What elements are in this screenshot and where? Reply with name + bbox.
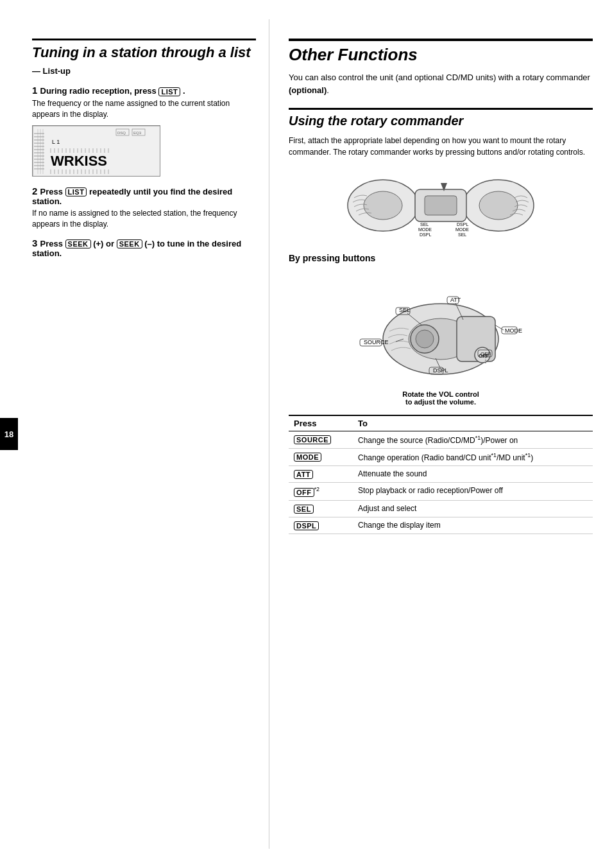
sup2: *1 bbox=[491, 452, 497, 458]
btn-off: OFF bbox=[294, 488, 314, 497]
right-column: Other Functions You can also control the… bbox=[269, 19, 612, 849]
left-subtitle: — List-up bbox=[32, 66, 256, 76]
table-cell-desc: Adjust and select bbox=[353, 500, 593, 517]
table-cell-desc: Attenuate the sound bbox=[353, 466, 593, 483]
sup1: *1 bbox=[475, 435, 481, 441]
svg-rect-0 bbox=[33, 126, 160, 177]
table-header-to: To bbox=[353, 415, 593, 431]
table-cell-button: SOURCE bbox=[289, 431, 353, 449]
step-1: 1 During radio reception, press LIST . T… bbox=[32, 85, 256, 176]
svg-point-55 bbox=[364, 191, 402, 220]
svg-text:MODE: MODE bbox=[505, 327, 522, 334]
right-section-title: Other Functions bbox=[289, 39, 593, 65]
svg-text:SEL: SEL bbox=[420, 222, 429, 227]
commander-closeup-svg: OFF SEL ATT MODE SOURCE DSPL bbox=[332, 268, 550, 384]
sub-section-title: Using the rotary commander bbox=[289, 108, 593, 128]
function-table: Press To SOURCE Change the source (Radio… bbox=[289, 415, 593, 534]
svg-point-57 bbox=[479, 191, 518, 220]
table-row: SEL Adjust and select bbox=[289, 500, 593, 517]
commander-closeup: OFF SEL ATT MODE SOURCE DSPL bbox=[332, 268, 550, 384]
step-2-bold: Press bbox=[40, 187, 65, 196]
step-1-bold: During radio reception, press bbox=[40, 86, 159, 96]
table-row: SOURCE Change the source (Radio/CD/MD*1)… bbox=[289, 431, 593, 449]
svg-text:WRKISS: WRKISS bbox=[51, 153, 107, 169]
table-row: ATT Attenuate the sound bbox=[289, 466, 593, 483]
vol-caption: Rotate the VOL control to adjust the vol… bbox=[289, 390, 593, 406]
step-3: 3 Press SEEK (+) or SEEK (–) to tune in … bbox=[32, 238, 256, 259]
btn-sel: SEL bbox=[294, 505, 314, 514]
svg-text:DSPL: DSPL bbox=[420, 232, 431, 237]
svg-text:DSPL: DSPL bbox=[457, 222, 468, 227]
right-intro: You can also control the unit (and optio… bbox=[289, 71, 593, 96]
optional-bold: (optional) bbox=[289, 85, 327, 95]
step-1-punctuation: . bbox=[183, 86, 185, 96]
step-2: 2 Press LIST repeatedly until you find t… bbox=[32, 186, 256, 230]
table-row: MODE Change operation (Radio band/CD uni… bbox=[289, 449, 593, 466]
svg-text:MODE: MODE bbox=[455, 227, 469, 232]
step-2-button-list: LIST bbox=[65, 187, 87, 196]
display-svg: L 1 DSQ EQ3 bbox=[33, 126, 160, 177]
svg-text:OFF: OFF bbox=[480, 351, 491, 357]
step-1-number: 1 bbox=[32, 85, 40, 96]
display-image: L 1 DSQ EQ3 bbox=[32, 125, 160, 177]
step-3-button-seek1: SEEK bbox=[65, 239, 91, 248]
svg-text:SEL: SEL bbox=[458, 232, 466, 237]
svg-point-70 bbox=[416, 330, 434, 348]
table-row: OFF*2 Stop playback or radio reception/P… bbox=[289, 483, 593, 501]
btn-att: ATT bbox=[294, 470, 313, 479]
commander-top-illustration: SEL MODE DSPL DSPL MODE SEL bbox=[332, 167, 550, 244]
left-section-title: Tuning in a station through a list bbox=[32, 39, 256, 61]
table-cell-button: SEL bbox=[289, 500, 353, 517]
table-cell-desc: Change the source (Radio/CD/MD*1)/Power … bbox=[353, 431, 593, 449]
table-cell-desc: Change operation (Radio band/CD unit*1/M… bbox=[353, 449, 593, 466]
table-cell-button: DSPL bbox=[289, 517, 353, 534]
sup4: *2 bbox=[314, 486, 320, 492]
page-container: 18 Tuning in a station through a list — … bbox=[0, 0, 612, 868]
svg-text:EQ3: EQ3 bbox=[133, 131, 142, 135]
btn-source: SOURCE bbox=[294, 435, 331, 444]
table-cell-desc: Stop playback or radio reception/Power o… bbox=[353, 483, 593, 501]
step-1-desc: The frequency or the name assigned to th… bbox=[32, 98, 256, 120]
by-pressing-title: By pressing buttons bbox=[289, 253, 593, 263]
btn-dspl: DSPL bbox=[294, 521, 319, 530]
table-row: DSPL Change the display item bbox=[289, 517, 593, 534]
table-cell-button: OFF*2 bbox=[289, 483, 353, 501]
left-column: Tuning in a station through a list — Lis… bbox=[0, 19, 269, 849]
page-number-tab: 18 bbox=[0, 418, 18, 450]
step-3-number: 3 bbox=[32, 238, 40, 248]
step-3-button-seek2: SEEK bbox=[117, 239, 142, 248]
sub-intro: First, attach the appropriate label depe… bbox=[289, 135, 593, 158]
svg-rect-59 bbox=[425, 196, 457, 215]
svg-text:DSQ: DSQ bbox=[117, 131, 126, 135]
step-3-press: Press bbox=[40, 239, 65, 248]
table-header-press: Press bbox=[289, 415, 353, 431]
step-2-desc: If no name is assigned to the selected s… bbox=[32, 208, 256, 230]
sup3: *1 bbox=[525, 452, 531, 458]
svg-text:SOURCE: SOURCE bbox=[364, 339, 389, 345]
svg-text:ATT: ATT bbox=[450, 297, 461, 303]
commander-top-svg: SEL MODE DSPL DSPL MODE SEL bbox=[332, 167, 550, 244]
step-1-button-list: LIST bbox=[158, 87, 180, 96]
step-2-number: 2 bbox=[32, 186, 40, 196]
vol-caption-line1: Rotate the VOL control bbox=[402, 390, 479, 398]
step-3-plus: (+) or bbox=[93, 239, 116, 248]
table-cell-button: ATT bbox=[289, 466, 353, 483]
page-number: 18 bbox=[4, 430, 13, 439]
svg-text:L 1: L 1 bbox=[52, 139, 60, 145]
table-cell-button: MODE bbox=[289, 449, 353, 466]
btn-mode: MODE bbox=[294, 453, 321, 462]
svg-text:MODE: MODE bbox=[418, 227, 432, 232]
vol-caption-line2: to adjust the volume. bbox=[405, 398, 476, 406]
table-cell-desc: Change the display item bbox=[353, 517, 593, 534]
